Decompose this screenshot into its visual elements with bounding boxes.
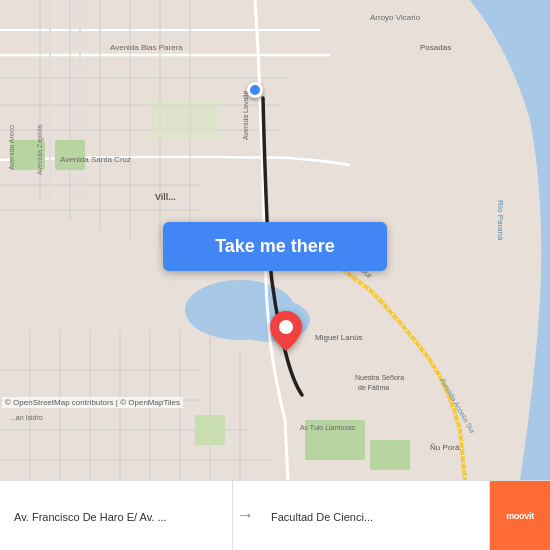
svg-text:Ñu Porá: Ñu Porá [430, 443, 460, 452]
svg-text:Av Tulo Llamosas: Av Tulo Llamosas [300, 424, 356, 431]
take-me-there-button[interactable]: Take me there [163, 222, 387, 271]
moovit-logo: moovit [490, 481, 550, 551]
svg-text:Avenida Blas Parera: Avenida Blas Parera [110, 43, 183, 52]
destination-marker [270, 311, 302, 355]
from-section: Av. Francisco De Haro E/ Av. ... [0, 481, 233, 550]
svg-text:Avenida Zapiola: Avenida Zapiola [36, 125, 44, 175]
svg-text:Posadas: Posadas [420, 43, 451, 52]
svg-text:Miguel Lanús: Miguel Lanús [315, 333, 363, 342]
svg-text:Río Paraná: Río Paraná [496, 200, 505, 241]
svg-rect-34 [370, 440, 410, 470]
svg-rect-36 [150, 100, 220, 140]
svg-text:de Fátima: de Fátima [358, 384, 389, 391]
svg-rect-35 [195, 415, 225, 445]
svg-text:Avenida Areco: Avenida Areco [8, 125, 15, 170]
moovit-logo-text: moovit [506, 511, 534, 521]
map-container: Avenida Blas Parera Arroyo Vicario Posad… [0, 0, 550, 480]
svg-text:Arroyo Vicario: Arroyo Vicario [370, 13, 421, 22]
origin-marker [247, 82, 263, 98]
svg-text:...an Isidro: ...an Isidro [10, 414, 43, 421]
map-attribution: © OpenStreetMap contributors | © OpenMap… [2, 397, 183, 408]
route-arrow-icon: → [233, 505, 257, 526]
to-value: Facultad De Cienci... [271, 511, 479, 523]
svg-text:Avenida Santa Cruz: Avenida Santa Cruz [60, 155, 131, 164]
svg-point-54 [279, 320, 293, 334]
svg-text:Nuestra Señora: Nuestra Señora [355, 374, 404, 381]
to-section: Facultad De Cienci... [257, 481, 490, 550]
svg-text:Vill...: Vill... [155, 192, 176, 202]
from-value: Av. Francisco De Haro E/ Av. ... [14, 511, 222, 523]
svg-text:Avenida Lavalle: Avenida Lavalle [242, 91, 249, 140]
bottom-bar: Av. Francisco De Haro E/ Av. ... → Facul… [0, 480, 550, 550]
